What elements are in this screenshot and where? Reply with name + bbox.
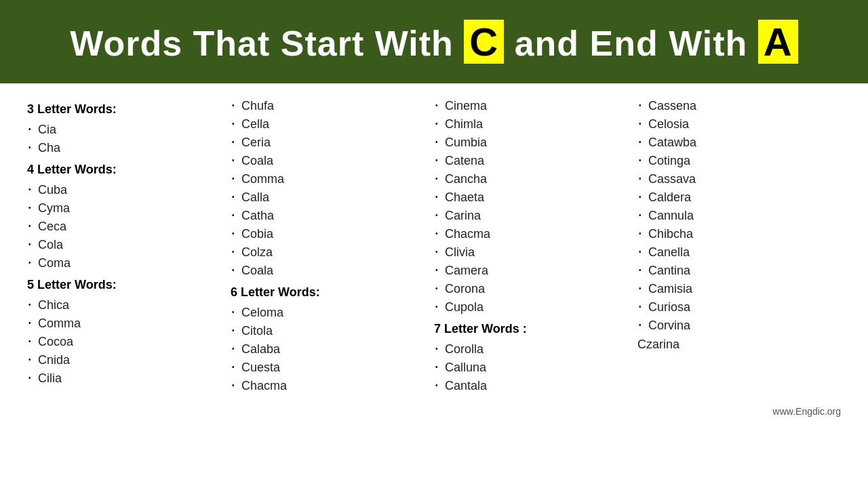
column-3: CinemaChimlaCumbiaCatenaCanchaChaetaCari… [434, 97, 637, 395]
list-item: Catawba [637, 134, 834, 152]
list-item: Calla [231, 188, 427, 207]
list-item: Canella [637, 243, 834, 262]
list-item: Comma [27, 314, 224, 333]
list-item: Cuesta [231, 359, 427, 377]
standalone-word: Czarina [637, 338, 834, 352]
list-item: Cia [27, 121, 224, 139]
list-item: Catha [231, 207, 427, 225]
word-list-1-0: ChufaCellaCeriaCoalaCommaCallaCathaCobia… [231, 97, 427, 280]
list-item: Cnida [27, 351, 224, 369]
section-title-0-0: 3 Letter Words: [27, 102, 224, 117]
list-item: Colza [231, 243, 427, 262]
content-area: 3 Letter Words:CiaCha4 Letter Words:Cuba… [0, 83, 868, 402]
word-list-1-1: CelomaCitolaCalabaCuestaChacma [231, 304, 427, 395]
list-item: Corona [434, 280, 631, 298]
footer: www.Engdic.org [0, 402, 868, 422]
list-item: Cha [27, 139, 224, 157]
list-item: Cantala [434, 377, 631, 395]
title-middle: and End With [515, 24, 748, 63]
list-item: Cinema [434, 97, 631, 115]
column-4: CassenaCelosiaCatawbaCotingaCassavaCalde… [637, 97, 841, 395]
word-list-2-1: CorollaCallunaCantala [434, 340, 631, 395]
list-item: Cobia [231, 225, 427, 243]
list-item: Catena [434, 152, 631, 170]
list-item: Cassava [637, 170, 834, 188]
list-item: Cyma [27, 199, 224, 218]
list-item: Chaeta [434, 188, 631, 207]
list-item: Ceca [27, 218, 224, 236]
list-item: Comma [231, 170, 427, 188]
word-list-3-0: CassenaCelosiaCatawbaCotingaCassavaCalde… [637, 97, 834, 335]
list-item: Cantina [637, 262, 834, 280]
title-prefix: Words That Start With [70, 24, 454, 63]
list-item: Cilia [27, 369, 224, 388]
list-item: Corvina [637, 317, 834, 335]
list-item: Chufa [231, 97, 427, 115]
column-2: ChufaCellaCeriaCoalaCommaCallaCathaCobia… [231, 97, 434, 395]
list-item: Corolla [434, 340, 631, 359]
column-1: 3 Letter Words:CiaCha4 Letter Words:Cuba… [27, 97, 231, 395]
list-item: Coala [231, 152, 427, 170]
list-item: Curiosa [637, 298, 834, 317]
section-title-1-1: 6 Letter Words: [231, 285, 427, 300]
list-item: Coala [231, 262, 427, 280]
list-item: Coma [27, 254, 224, 272]
list-item: Celosia [637, 115, 834, 134]
list-item: Cella [231, 115, 427, 134]
list-item: Carina [434, 207, 631, 225]
list-item: Chimla [434, 115, 631, 134]
list-item: Ceria [231, 134, 427, 152]
word-list-0-2: ChicaCommaCocoaCnidaCilia [27, 296, 224, 388]
word-list-2-0: CinemaChimlaCumbiaCatenaCanchaChaetaCari… [434, 97, 631, 317]
list-item: Cupola [434, 298, 631, 317]
list-item: Cassena [637, 97, 834, 115]
list-item: Calaba [231, 340, 427, 359]
list-item: Camisia [637, 280, 834, 298]
list-item: Chica [27, 296, 224, 314]
list-item: Chibcha [637, 225, 834, 243]
list-item: Cannula [637, 207, 834, 225]
section-title-2-1: 7 Letter Words : [434, 322, 631, 336]
letter-a-highlight: A [758, 20, 798, 64]
list-item: Clivia [434, 243, 631, 262]
page-title: Words That Start With C and End With A [27, 19, 841, 64]
section-title-0-1: 4 Letter Words: [27, 163, 224, 177]
word-list-0-0: CiaCha [27, 121, 224, 157]
list-item: Celoma [231, 304, 427, 322]
list-item: Camera [434, 262, 631, 280]
list-item: Calluna [434, 359, 631, 377]
list-item: Cocoa [27, 333, 224, 351]
list-item: Citola [231, 322, 427, 340]
list-item: Chacma [434, 225, 631, 243]
section-title-0-2: 5 Letter Words: [27, 278, 224, 292]
website-url: www.Engdic.org [773, 406, 841, 417]
letter-c-highlight: C [464, 20, 504, 64]
list-item: Cumbia [434, 134, 631, 152]
list-item: Chacma [231, 377, 427, 395]
list-item: Caldera [637, 188, 834, 207]
list-item: Cuba [27, 181, 224, 199]
list-item: Cotinga [637, 152, 834, 170]
list-item: Cola [27, 236, 224, 254]
list-item: Cancha [434, 170, 631, 188]
word-list-0-1: CubaCymaCecaColaComa [27, 181, 224, 272]
page-header: Words That Start With C and End With A [0, 0, 868, 83]
